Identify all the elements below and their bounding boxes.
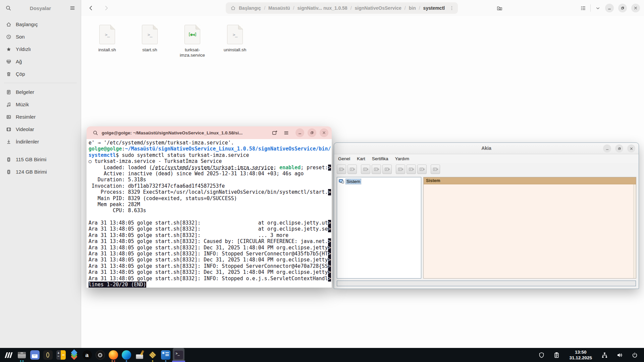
taskbar-calculator[interactable]: +−: [55, 348, 67, 362]
file-item[interactable]: >_start.sh: [128, 25, 171, 58]
terminal-line: Ara 31 13:48:05 golge start.sh[8332]: ..…: [89, 232, 331, 238]
taskbar-a-app[interactable]: a: [81, 348, 93, 362]
restore-button[interactable]: [618, 4, 627, 12]
akia-menubar: GenelKartSertifikaYardım: [334, 154, 639, 163]
taskbar-disk-cleaner[interactable]: [133, 348, 145, 362]
terminal-line: Ara 31 13:48:05 golge start.sh[8332]: De…: [89, 269, 331, 275]
akia-menu-sertifika[interactable]: Sertifika: [372, 156, 388, 161]
terminal-titlebar[interactable]: golge@golge: ~/Masaüstü/signNativeOsServ…: [87, 126, 332, 139]
back-button[interactable]: [88, 5, 94, 11]
terminal-minimize-button[interactable]: [296, 128, 304, 137]
sidebar-item-volume[interactable]: 124 GB Birimi: [3, 166, 78, 178]
sidebar-item-image[interactable]: Resimler: [3, 111, 78, 123]
pin-lock-button[interactable]: [382, 165, 392, 174]
breadcrumb-segment[interactable]: Masaüstü: [268, 5, 290, 11]
disk-cleaner-icon: [135, 350, 144, 360]
taskbar-firefox[interactable]: [107, 348, 119, 362]
akia-menu-kart[interactable]: Kart: [357, 156, 365, 161]
sidebar-divider: [4, 83, 77, 83]
sidebar-item-document[interactable]: Belgeler: [3, 86, 78, 98]
truncation-marker: >: [328, 245, 331, 251]
breadcrumb-segment[interactable]: bin: [409, 5, 416, 11]
akia-menu-genel[interactable]: Genel: [338, 156, 350, 161]
shield-icon[interactable]: [538, 352, 545, 358]
sidebar-item-label: İndirilenler: [16, 139, 39, 144]
taskbar-speaker-app[interactable]: [94, 348, 106, 362]
sidebar-groups: BaşlangıçSonYıldızlıAğÇöpBelgelerMüzikRe…: [0, 16, 81, 178]
terminal-line: Main PID: 8329 (code=exited, status=0/SU…: [89, 195, 331, 201]
sidebar-item-volume[interactable]: 115 GB Birimi: [3, 153, 78, 166]
taskbar-mail[interactable]: [29, 348, 41, 362]
cert-delete-button[interactable]: [431, 165, 440, 174]
clipboard-icon[interactable]: [553, 352, 560, 358]
file-item[interactable]: [●◀]turksat-imza.service: [171, 25, 214, 58]
download-icon: [6, 139, 11, 144]
akia-menu-yardım[interactable]: Yardım: [395, 156, 410, 161]
file-item[interactable]: >_uninstall.sh: [214, 25, 256, 58]
cert-folder-button[interactable]: [417, 165, 427, 174]
taskbar-app-menu[interactable]: [3, 348, 14, 362]
breadcrumb-kebab-icon[interactable]: [449, 5, 454, 11]
cert-write-button[interactable]: [407, 165, 416, 174]
akia-close-button[interactable]: [627, 144, 635, 153]
breadcrumb-segment[interactable]: systemctl: [423, 5, 445, 11]
home-icon: [230, 5, 236, 11]
power-icon[interactable]: [632, 352, 638, 358]
card-remove-button[interactable]: [347, 165, 357, 174]
terminal-icon: >_: [174, 350, 183, 360]
akia-tree-panel[interactable]: Sistem: [337, 177, 421, 279]
minimize-button[interactable]: [605, 4, 614, 12]
akia-minimize-button[interactable]: [603, 144, 611, 153]
new-tab-icon[interactable]: [272, 130, 277, 136]
breadcrumb-segment[interactable]: signNativ... nux_1.0.58: [298, 5, 347, 11]
sidebar-item-trash[interactable]: Çöp: [3, 68, 78, 80]
breadcrumb-segment[interactable]: signNativeOsService: [355, 5, 401, 11]
sidebar-item-home[interactable]: Başlangıç: [3, 18, 78, 31]
taskbar: +−a>_ 13:50 31.12.2025: [0, 348, 644, 362]
volume-icon[interactable]: [616, 352, 623, 358]
taskbar-file-manager[interactable]: [16, 348, 28, 362]
taskbar-terminal[interactable]: >_: [173, 348, 184, 362]
taskbar-edge[interactable]: [120, 348, 132, 362]
file-item[interactable]: >_install.sh: [86, 25, 128, 58]
terminal-line: Ara 31 13:48:05 golge start.sh[8332]: IN…: [89, 251, 331, 257]
search-in-folder-icon[interactable]: [496, 5, 503, 11]
window-controls: [580, 0, 640, 16]
clock[interactable]: 13:50 31.12.2025: [569, 349, 592, 361]
taskbar-smartcard-app[interactable]: [147, 348, 158, 362]
document-icon: [6, 89, 11, 95]
breadcrumb-segment[interactable]: Başlangıç: [239, 5, 261, 11]
terminal-output[interactable]: e' → '/etc/systemd/system/turksat-imza.s…: [87, 139, 332, 288]
terminal-menu-icon[interactable]: [283, 130, 289, 136]
sidebar-item-star[interactable]: Yıldızlı: [3, 43, 78, 55]
close-button[interactable]: [631, 4, 640, 12]
akia-maximize-button[interactable]: [615, 144, 623, 153]
hamburger-menu-icon[interactable]: [69, 5, 75, 11]
forward-button[interactable]: [103, 5, 109, 11]
sidebar-item-video[interactable]: Videolar: [3, 123, 78, 135]
view-options-chevron-icon[interactable]: [595, 5, 601, 11]
pin-edit-button[interactable]: [361, 165, 370, 174]
pin-unlock-button[interactable]: [372, 165, 381, 174]
list-view-icon[interactable]: [580, 5, 586, 11]
card-insert-button[interactable]: [337, 165, 346, 174]
taskbar-password-app[interactable]: [42, 348, 54, 362]
breadcrumb[interactable]: Başlangıç/Masaüstü/signNativ... nux_1.0.…: [226, 2, 458, 14]
file-grid: >_install.sh>_start.sh[●◀]turksat-imza.s…: [86, 25, 256, 58]
terminal-close-button[interactable]: [320, 128, 328, 137]
sidebar-item-network[interactable]: Ağ: [3, 55, 78, 68]
sidebar-item-clock[interactable]: Son: [3, 31, 78, 43]
sidebar-item-download[interactable]: İndirilenler: [3, 135, 78, 148]
terminal-maximize-button[interactable]: [308, 128, 316, 137]
taskbar-writer-doc[interactable]: [160, 348, 171, 362]
terminal-search-icon[interactable]: [93, 130, 98, 136]
sidebar-item-music[interactable]: Müzik: [3, 98, 78, 111]
tree-item-sistem[interactable]: Sistem: [339, 179, 419, 184]
akia-panel-scrollbar[interactable]: [633, 184, 636, 278]
akia-titlebar[interactable]: Akia: [334, 143, 639, 154]
cert-import-button[interactable]: [396, 165, 405, 174]
network-tree-icon[interactable]: [601, 352, 608, 358]
search-icon[interactable]: [5, 5, 11, 11]
truncation-marker: >: [328, 276, 331, 282]
taskbar-layers-app[interactable]: [68, 348, 80, 362]
